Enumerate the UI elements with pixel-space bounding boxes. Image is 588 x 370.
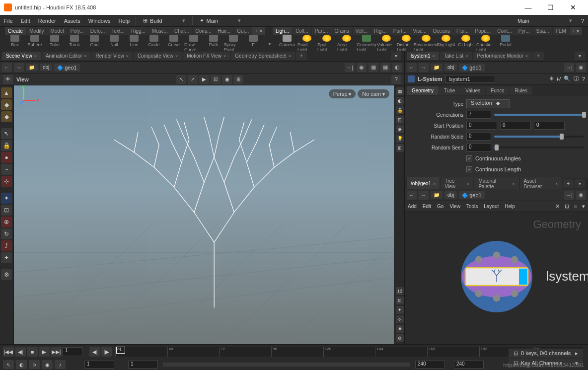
snapshot-icon[interactable]: ◉ xyxy=(222,75,232,84)
shelf-tool-geometry-light[interactable]: Geometry Light xyxy=(357,34,376,53)
handle2-icon[interactable]: ⊕ xyxy=(1,217,12,227)
param-path-geo1[interactable]: 🔷 geo1 xyxy=(459,64,484,72)
disp-12-icon[interactable]: 👁 xyxy=(396,325,404,333)
select-arrow-icon[interactable]: ↖ xyxy=(1,128,12,139)
move-tool-icon[interactable]: ↗ xyxy=(188,75,198,84)
net-path-geo1[interactable]: 🔷 geo1 xyxy=(459,191,484,199)
net-menu-tools[interactable]: Tools xyxy=(466,204,478,209)
continuous-length-checkbox[interactable]: ✓ xyxy=(466,166,472,172)
shelf-tool-area-light[interactable]: Area Light xyxy=(337,34,357,53)
net-link-button[interactable]: ◉ xyxy=(576,191,586,200)
xform-icon[interactable]: ✦ xyxy=(1,193,12,204)
nav-fwd-button[interactable]: → xyxy=(14,63,24,72)
viewer-tab-5[interactable]: Geometry Spreadsheet × xyxy=(231,52,295,60)
handle3-icon[interactable]: ↻ xyxy=(1,228,12,239)
net-tool3-icon[interactable]: ≡ xyxy=(574,204,577,210)
menu-assets[interactable]: Assets xyxy=(60,15,84,26)
disp-10-icon[interactable]: ✦ xyxy=(396,306,404,314)
play-button[interactable]: ▶ xyxy=(39,347,50,357)
range-start2-field[interactable]: 1 xyxy=(128,361,158,369)
3d-viewport[interactable]: Persp ▾ No cam ▾ xyxy=(14,85,394,344)
snap-grid-icon[interactable]: ⊹ xyxy=(1,176,12,187)
rscale-slider[interactable] xyxy=(494,136,584,138)
opts-icon[interactable]: ⚙ xyxy=(1,269,12,280)
disp-13-icon[interactable]: ⚙ xyxy=(396,334,404,342)
shelf-tab-r-12[interactable]: Pyr... xyxy=(515,27,533,35)
net-tab-3[interactable]: Asset Browser × xyxy=(520,177,562,191)
step-fwd-button[interactable]: |▶ xyxy=(101,347,112,357)
param-tab-1[interactable]: Take List × xyxy=(440,52,472,60)
disp-7-icon[interactable]: ⊞ xyxy=(396,144,404,152)
shelf-tool-sky-light[interactable]: Sky Light xyxy=(436,34,456,53)
handle4-icon[interactable]: ⤴ xyxy=(1,240,12,251)
nav-opt3-button[interactable]: ◐ xyxy=(392,63,402,72)
folder-tab-tube[interactable]: Tube xyxy=(439,86,460,95)
disp-2-icon[interactable]: ◐ xyxy=(396,97,404,105)
lock-icon[interactable]: 🔒 xyxy=(1,140,12,151)
shelf-tool-portal[interactable]: Portal xyxy=(496,34,515,53)
net-tab-2[interactable]: Material Palette × xyxy=(474,177,518,191)
node-name-field[interactable]: lsystem1 xyxy=(445,75,495,83)
view-menu-icon[interactable]: 👁 xyxy=(3,75,13,84)
net-nav-back[interactable]: ← xyxy=(407,191,417,200)
viewer-tab-1[interactable]: Animation Editor × xyxy=(42,52,91,60)
net-tab-0[interactable]: /obj/geo1 × xyxy=(407,177,440,191)
folder-tab-geometry[interactable]: Geometry xyxy=(407,86,439,95)
mat-icon[interactable]: ◆ xyxy=(1,111,12,122)
net-tool1-icon[interactable]: ✕ xyxy=(555,203,560,210)
rseed-input[interactable]: 0 xyxy=(466,144,491,151)
net-menu-add[interactable]: Add xyxy=(408,204,417,209)
shelf-tool-line[interactable]: Line xyxy=(124,34,144,53)
select-tool-icon[interactable]: ↖ xyxy=(176,75,186,84)
nav-link-button[interactable]: ◉ xyxy=(357,63,367,72)
shelf-add-button-2[interactable]: + ▾ xyxy=(570,27,583,35)
menu-windows[interactable]: Windows xyxy=(84,15,115,26)
net-menu-help[interactable]: Help xyxy=(505,204,515,209)
info-icon[interactable]: ⓘ xyxy=(574,75,579,82)
maximize-button[interactable]: ☐ xyxy=(539,0,562,15)
new-tab-button[interactable]: + xyxy=(296,52,307,60)
param-new-tab-button[interactable]: + xyxy=(533,52,544,60)
network-view[interactable]: Geometry lsystem1 xyxy=(405,212,588,344)
view-opt-icon[interactable]: ⊞ xyxy=(233,75,243,84)
param-path-obj[interactable]: obj xyxy=(444,64,457,71)
net-menu-view[interactable]: View xyxy=(449,204,460,209)
param-pin-button[interactable]: →| xyxy=(564,63,574,72)
handle1-icon[interactable]: ⊡ xyxy=(1,205,12,216)
global-end-field[interactable]: 240 xyxy=(454,361,484,369)
viewer-tab-0[interactable]: Scene View × xyxy=(2,52,41,60)
shelf-tool-draw-curve[interactable]: Draw Curve xyxy=(184,34,204,53)
disp-5-icon[interactable]: ◉ xyxy=(396,125,404,133)
net-pane-menu-button[interactable]: ▾ xyxy=(575,179,585,188)
param-tab-0[interactable]: lsystem1 × xyxy=(407,52,439,60)
camera-tool-icon[interactable]: ▶ xyxy=(199,75,209,84)
scope2-icon[interactable]: ⊃ xyxy=(29,360,40,369)
shelf-tool-tube[interactable]: Tube xyxy=(45,34,65,53)
shelf-tool-camera[interactable]: Camera xyxy=(277,34,297,53)
disp-9-icon[interactable]: ⊡ xyxy=(396,296,404,304)
range-slider[interactable] xyxy=(163,363,410,367)
rseed-slider[interactable] xyxy=(494,147,584,148)
stop-button[interactable]: ■ xyxy=(27,347,38,357)
shelf-tool-null[interactable]: Null xyxy=(104,34,124,53)
path-geo1[interactable]: 🔷 geo1 xyxy=(54,64,79,72)
disp-4-icon[interactable]: ⊡ xyxy=(396,116,404,124)
shelf-tool-point-light[interactable]: Point Light xyxy=(297,34,317,53)
shelf-scroll-right-icon[interactable]: ▸ xyxy=(269,40,272,47)
gear-icon[interactable]: ✳ xyxy=(549,75,554,82)
net-menu-layout[interactable]: Layout xyxy=(484,204,499,209)
disp-1-icon[interactable]: ▦ xyxy=(396,87,404,95)
desktop-main-1[interactable]: ✦Main▾ xyxy=(195,17,246,24)
realtime-icon[interactable]: ◉ xyxy=(42,360,53,369)
nav-opt2-button[interactable]: ▦ xyxy=(380,63,390,72)
net-tool2-icon[interactable]: ⊡ xyxy=(565,203,569,210)
display-opts-icon[interactable]: ▲ xyxy=(1,87,12,98)
disp-6-icon[interactable]: 💡 xyxy=(396,135,404,143)
shelf-tool-grid[interactable]: Grid xyxy=(84,34,104,53)
start-z-input[interactable]: 0 xyxy=(534,122,565,130)
menu-edit[interactable]: Edit xyxy=(17,15,34,26)
folder-tab-funcs[interactable]: Funcs xyxy=(486,86,509,95)
param-menu-button[interactable]: ▾ xyxy=(575,52,585,60)
last-frame-button[interactable]: ▶▶| xyxy=(51,347,62,357)
help-icon-button[interactable]: ? xyxy=(577,15,588,26)
